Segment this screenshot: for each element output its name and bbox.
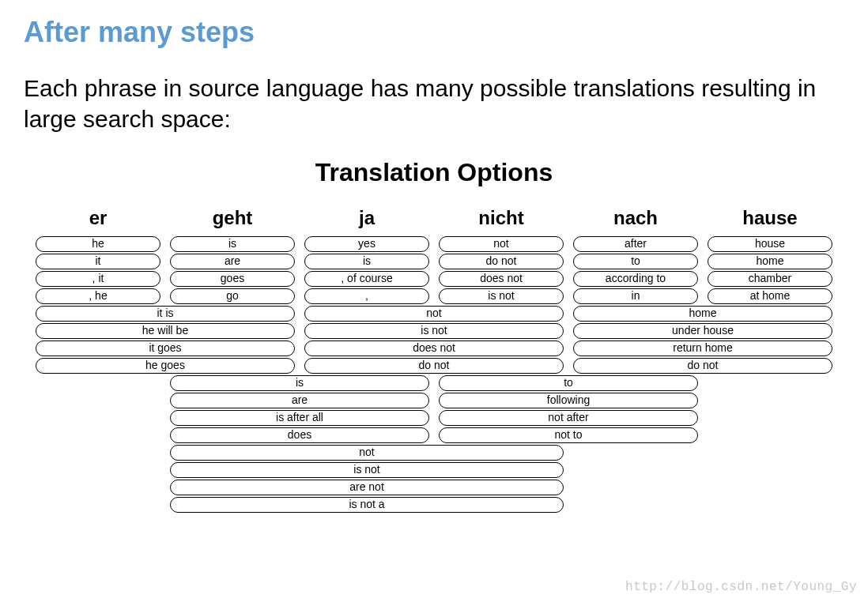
translation-option: to — [439, 375, 698, 391]
translation-option: are — [170, 254, 295, 269]
translation-option: is — [170, 375, 429, 391]
translation-option: go — [170, 288, 295, 304]
option-row: heisyesnotafterhouse — [31, 235, 837, 253]
translation-option: is not — [439, 288, 564, 304]
slide-title: After many steps — [24, 16, 844, 49]
translation-option: under house — [573, 323, 832, 339]
translation-option: at home — [708, 288, 832, 304]
translation-option: is — [170, 236, 295, 252]
translation-option: house — [708, 236, 832, 252]
translation-option: he — [36, 236, 160, 252]
translation-option: home — [708, 254, 832, 269]
translation-option: it is — [36, 306, 295, 322]
option-row: , itgoes, of coursedoes notaccording toc… — [31, 270, 837, 288]
header-cell: er — [31, 207, 165, 235]
translation-option: not after — [439, 410, 698, 426]
translation-option: , he — [36, 288, 160, 304]
option-row: it isnothome — [31, 305, 837, 322]
translation-option: , — [304, 288, 429, 304]
option-row: arefollowing — [31, 392, 837, 409]
translation-option: do not — [304, 358, 564, 374]
header-cell: nicht — [434, 207, 568, 235]
option-row: itareisdo nottohome — [31, 253, 837, 270]
header-cell: ja — [300, 207, 434, 235]
translation-option: following — [439, 393, 698, 408]
translation-option: does — [170, 427, 429, 443]
translation-option: are not — [170, 480, 564, 495]
translation-option: is after all — [170, 410, 429, 426]
translation-option: do not — [573, 358, 832, 374]
translation-option: not to — [439, 427, 698, 443]
diagram-title: Translation Options — [24, 158, 844, 187]
header-cell: hause — [703, 207, 837, 235]
slide-description: Each phrase in source language has many … — [24, 73, 844, 134]
translation-option: home — [573, 306, 832, 322]
translation-option: to — [573, 254, 698, 269]
translation-option: does not — [304, 341, 564, 356]
translation-option: in — [573, 288, 698, 304]
translation-option: chamber — [708, 271, 832, 287]
option-row: is not a — [31, 496, 837, 514]
header-cell: geht — [165, 207, 300, 235]
translation-option: not — [170, 445, 564, 461]
translation-option: , of course — [304, 271, 429, 287]
option-row: are not — [31, 479, 837, 496]
translation-option: is not — [304, 323, 564, 339]
translation-option: he will be — [36, 323, 295, 339]
translation-grid: ergehtjanichtnachhause heisyesnotafterho… — [31, 207, 837, 514]
translation-option: it goes — [36, 341, 295, 356]
translation-option: it — [36, 254, 160, 269]
option-row: doesnot to — [31, 427, 837, 444]
translation-option: is — [304, 254, 429, 269]
translation-option: according to — [573, 271, 698, 287]
watermark: http://blog.csdn.net/Young_Gy — [625, 580, 857, 594]
translation-option: not — [304, 306, 564, 322]
option-row: isto — [31, 374, 837, 392]
option-row: is after allnot after — [31, 409, 837, 427]
header-cell: nach — [568, 207, 703, 235]
option-row: he will beis notunder house — [31, 322, 837, 340]
translation-option: return home — [573, 341, 832, 356]
option-row: not — [31, 444, 837, 461]
translation-option: after — [573, 236, 698, 252]
option-row: it goesdoes notreturn home — [31, 340, 837, 357]
translation-option: not — [439, 236, 564, 252]
translation-option: goes — [170, 271, 295, 287]
header-row: ergehtjanichtnachhause — [31, 207, 837, 235]
option-row: is not — [31, 461, 837, 479]
translation-option: do not — [439, 254, 564, 269]
translation-option: does not — [439, 271, 564, 287]
option-row: he goesdo notdo not — [31, 357, 837, 374]
translation-option: is not — [170, 462, 564, 478]
translation-option: , it — [36, 271, 160, 287]
translation-option: he goes — [36, 358, 295, 374]
translation-option: is not a — [170, 497, 564, 513]
translation-option: are — [170, 393, 429, 408]
option-row: , hego,is notinat home — [31, 288, 837, 305]
rows-container: heisyesnotafterhouseitareisdo nottohome,… — [31, 235, 837, 514]
translation-option: yes — [304, 236, 429, 252]
